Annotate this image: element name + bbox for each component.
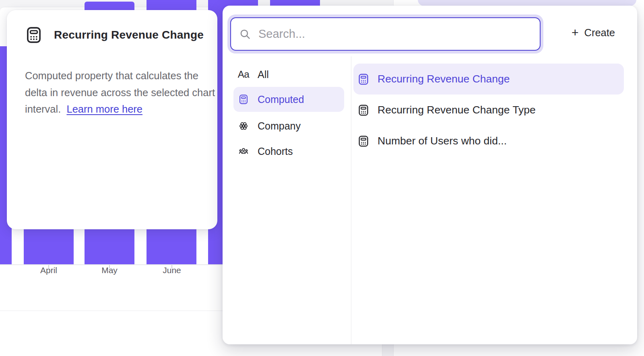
search-icon: [239, 28, 251, 40]
description-line-end: interval.: [25, 103, 61, 115]
tooltip-title: Recurring Revenue Change: [54, 29, 204, 41]
category-label: Computed: [258, 94, 304, 105]
create-button-label: Create: [584, 27, 615, 39]
category-all[interactable]: Aa All: [233, 64, 344, 84]
x-axis-label-june: June: [148, 265, 196, 275]
category-cohorts[interactable]: Cohorts: [233, 141, 344, 161]
result-recurring-revenue-change[interactable]: Recurring Revenue Change: [353, 64, 624, 95]
learn-more-link[interactable]: Learn more here: [66, 103, 142, 115]
category-company[interactable]: Company: [233, 116, 344, 136]
create-button[interactable]: + Create: [563, 23, 623, 42]
search-input[interactable]: [258, 27, 532, 41]
result-number-of-users[interactable]: Number of Users who did...: [353, 126, 624, 156]
tooltip-header: Recurring Revenue Change: [25, 26, 204, 44]
company-icon: [238, 121, 249, 131]
cohorts-icon: [238, 146, 249, 156]
tooltip-description: Computed property that calculates the de…: [25, 68, 215, 118]
x-axis-label-may: May: [85, 265, 134, 275]
plus-icon: +: [572, 27, 579, 39]
clipped-button[interactable]: p y: [418, 0, 636, 6]
result-recurring-revenue-change-type[interactable]: Recurring Revenue Change Type: [353, 95, 624, 126]
category-label: Company: [258, 120, 301, 132]
result-label: Recurring Revenue Change Type: [378, 104, 536, 116]
calculator-icon: [357, 135, 369, 147]
result-label: Number of Users who did...: [378, 135, 507, 147]
calculator-icon: [357, 73, 369, 85]
calculator-icon: [357, 104, 369, 116]
x-axis-label-april: April: [25, 265, 73, 275]
text-aa-icon: Aa: [238, 69, 249, 80]
result-label: Recurring Revenue Change: [378, 73, 510, 85]
picker-divider: [351, 56, 351, 344]
description-line: Computed property that calculates the: [25, 68, 215, 84]
description-line: interval. Learn more here: [25, 101, 215, 118]
search-field[interactable]: [230, 17, 541, 51]
description-line: delta in revenue across the selected cha…: [25, 84, 215, 101]
category-label: All: [258, 69, 269, 80]
category-label: Cohorts: [258, 146, 293, 157]
property-tooltip-card: Recurring Revenue Change Computed proper…: [7, 10, 217, 229]
calculator-icon: [25, 26, 43, 44]
search-focus-ring: [227, 14, 543, 54]
category-computed[interactable]: Computed: [233, 87, 344, 112]
calculator-icon: [238, 94, 249, 105]
property-picker-dropdown: + Create Aa All Computed Company Cohorts…: [223, 6, 637, 344]
